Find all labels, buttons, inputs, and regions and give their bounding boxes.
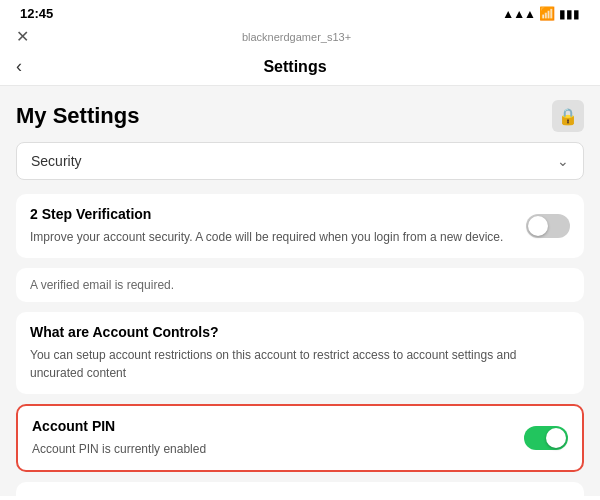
two-step-desc: Improve your account security. A code wi…	[30, 228, 514, 246]
account-pin-section: Account PIN Account PIN is currently ena…	[16, 404, 584, 472]
battery-icon: ▮▮▮	[559, 7, 580, 21]
status-icons: ▲▲▲ 📶 ▮▮▮	[502, 6, 580, 21]
chevron-down-icon: ⌄	[557, 153, 569, 169]
wifi-icon: 📶	[539, 6, 555, 21]
status-time: 12:45	[20, 6, 53, 21]
verified-email-section: A verified email is required.	[16, 268, 584, 302]
top-bar: ✕ blacknerdgamer_s13+	[0, 25, 600, 50]
account-controls-section: What are Account Controls? You can setup…	[16, 312, 584, 394]
account-restrictions-toggle-row: Account Restrictions Account Restriction…	[30, 494, 570, 496]
account-controls-title: What are Account Controls?	[30, 324, 570, 340]
two-step-toggle[interactable]	[526, 214, 570, 238]
account-pin-toggle[interactable]	[524, 426, 568, 450]
verified-email-text: A verified email is required.	[30, 278, 174, 292]
page-title: My Settings	[16, 103, 139, 129]
lock-button[interactable]: 🔒	[552, 100, 584, 132]
close-button[interactable]: ✕	[16, 27, 29, 46]
nav-title: Settings	[30, 58, 584, 76]
nav-bar: ‹ Settings	[0, 50, 600, 86]
two-step-toggle-row: 2 Step Verification Improve your account…	[30, 206, 570, 246]
category-dropdown[interactable]: Security ⌄	[16, 142, 584, 180]
account-pin-title: Account PIN	[32, 418, 512, 434]
signal-icon: ▲▲▲	[502, 7, 535, 21]
account-pin-toggle-row: Account PIN Account PIN is currently ena…	[32, 418, 568, 458]
back-button[interactable]: ‹	[16, 56, 22, 77]
two-step-title: 2 Step Verification	[30, 206, 514, 222]
toggle-thumb	[528, 216, 548, 236]
account-controls-desc: You can setup account restrictions on th…	[30, 346, 570, 382]
account-restrictions-section: Account Restrictions Account Restriction…	[16, 482, 584, 496]
status-bar: 12:45 ▲▲▲ 📶 ▮▮▮	[0, 0, 600, 25]
url-text: blacknerdgamer_s13+	[29, 31, 584, 43]
account-pin-desc: Account PIN is currently enabled	[32, 440, 512, 458]
my-settings-header: My Settings 🔒	[16, 86, 584, 142]
dropdown-label: Security	[31, 153, 82, 169]
lock-icon: 🔒	[558, 107, 578, 126]
toggle-thumb	[546, 428, 566, 448]
main-content: My Settings 🔒 Security ⌄ 2 Step Verifica…	[0, 86, 600, 496]
two-step-section: 2 Step Verification Improve your account…	[16, 194, 584, 258]
account-restrictions-title: Account Restrictions	[30, 494, 514, 496]
